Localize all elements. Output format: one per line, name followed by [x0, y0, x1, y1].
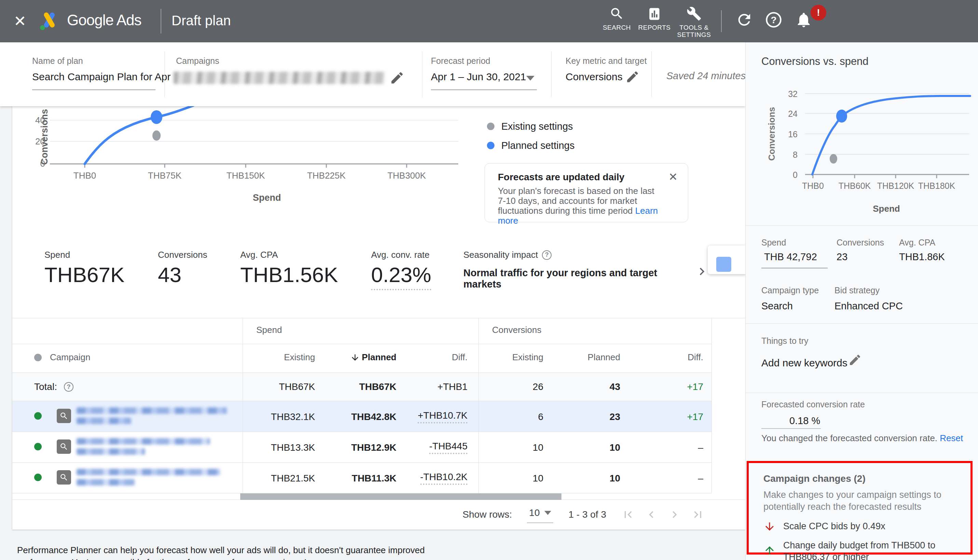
column-header-spend-planned-sorted[interactable]: Planned	[332, 352, 396, 363]
field-divider	[651, 51, 652, 97]
forecasted-rate-label: Forecasted conversion rate	[761, 400, 865, 409]
field-divider	[551, 51, 552, 97]
next-page-icon[interactable]	[668, 508, 681, 522]
column-header-spend-existing[interactable]: Existing	[249, 352, 315, 363]
planned-settings-point	[151, 110, 162, 124]
stat-spend-value: THB67K	[44, 263, 124, 287]
reset-link[interactable]: Reset	[940, 433, 963, 443]
tools-settings-wrench-icon	[687, 17, 702, 22]
disclaimer-text-clipped: performance. You're responsible for the …	[17, 557, 349, 560]
add-new-keywords-link[interactable]: Add new keywords	[761, 357, 848, 369]
group-header-spend: Spend	[256, 325, 282, 335]
saved-status: Saved 24 minutes ag	[666, 70, 745, 82]
campaign-name-redacted	[77, 418, 131, 424]
edit-key-metric-pencil-icon[interactable]	[625, 70, 640, 85]
column-header-conv-diff[interactable]: Diff.	[641, 352, 703, 363]
campaign-name-redacted[interactable]	[77, 407, 227, 414]
plan-name-input[interactable]: Search Campaign Plan for Apr	[32, 71, 171, 83]
page-title: Draft plan	[172, 13, 231, 28]
campaign-status-enabled-icon	[34, 412, 42, 420]
key-metric-value: Conversions	[565, 71, 623, 83]
table-border	[12, 401, 711, 401]
side-chart-title: Conversions vs. spend	[761, 55, 869, 68]
panel-spend-input[interactable]: THB 42,792	[764, 251, 817, 263]
campaign-name-redacted[interactable]	[77, 438, 210, 445]
seasonality-value: Normal traffic for your regions and targ…	[463, 267, 689, 290]
arrow-down-icon	[763, 520, 776, 533]
column-header-conv-planned[interactable]: Planned	[559, 352, 620, 363]
nav-tools-settings-button[interactable]: TOOLS & SETTINGS	[672, 6, 716, 38]
nav-reports-button[interactable]: REPORTS	[632, 6, 677, 31]
panel-conversions-label: Conversions	[836, 238, 884, 248]
forecast-period-select[interactable]: Apr 1 – Jun 30, 2021	[431, 71, 526, 83]
chevron-down-icon[interactable]	[526, 76, 535, 81]
seasonality-help-icon[interactable]: ?	[542, 250, 552, 260]
key-metric-label: Key metric and target	[565, 56, 647, 66]
campaign-name-redacted[interactable]	[77, 469, 220, 475]
forecast-main-card: Conversions 40 20 0 THB0 THB75K THB150K …	[12, 106, 745, 530]
campaigns-value-redacted	[174, 72, 385, 84]
chevron-right-icon[interactable]	[694, 264, 709, 280]
forecasted-rate-input[interactable]: 0.18 %	[789, 415, 820, 427]
row-spend-planned: THB42.8K	[332, 412, 396, 422]
stat-conv-rate-value[interactable]: 0.23%	[371, 263, 431, 290]
row-conv-existing: 10	[487, 473, 543, 484]
panel-spend-underline	[761, 268, 828, 268]
planned-point	[836, 110, 847, 123]
row-spend-existing: THB32.1K	[249, 412, 315, 422]
search-icon	[609, 17, 624, 22]
row-conv-planned: 10	[559, 473, 620, 484]
help-icon[interactable]: ?	[765, 11, 784, 30]
panel-spend-label: Spend	[761, 238, 786, 248]
campaign-name-redacted	[77, 479, 135, 485]
show-rows-select[interactable]: 10	[527, 506, 553, 523]
panel-cpa-label: Avg. CPA	[899, 238, 935, 248]
side-chart-x-axis-label: Spend	[859, 203, 914, 214]
side-chart-x-tick: THB180K	[914, 181, 959, 191]
things-to-try-label: Things to try	[761, 336, 809, 346]
campaign-status-enabled-icon	[34, 443, 42, 450]
table-border	[12, 432, 711, 432]
forecast-notice-card: Forecasts are updated daily ✕ Your plan'…	[485, 163, 688, 222]
svg-text:?: ?	[771, 15, 776, 25]
stat-conv-rate-label: Avg. conv. rate	[371, 250, 430, 260]
table-column-border	[242, 318, 243, 493]
notification-alert-badge: !	[811, 5, 826, 20]
edit-keywords-pencil-icon[interactable]	[848, 353, 862, 368]
horizontal-scrollbar-thumb[interactable]	[240, 493, 562, 500]
existing-settings-point	[152, 130, 160, 141]
column-header-conv-existing[interactable]: Existing	[487, 352, 543, 363]
refresh-icon[interactable]	[736, 11, 754, 30]
search-campaign-type-icon	[57, 470, 71, 485]
stat-cpa-label: Avg. CPA	[240, 250, 278, 260]
stat-cpa-value: THB1.56K	[240, 263, 338, 287]
row-conv-planned: 10	[559, 442, 620, 453]
row-spend-diff[interactable]: -THB10.2K	[405, 472, 468, 482]
row-spend-diff[interactable]: -THB445	[405, 441, 468, 452]
table-border	[12, 344, 711, 344]
close-icon[interactable]: ✕	[14, 12, 26, 30]
campaign-status-legend-dot	[34, 354, 42, 361]
total-conv-diff: +17	[641, 382, 703, 392]
total-row-label: Total: ?	[34, 382, 74, 392]
first-page-icon[interactable]	[621, 508, 635, 522]
column-header-campaign[interactable]: Campaign	[34, 352, 90, 363]
column-header-spend-diff[interactable]: Diff.	[405, 352, 468, 363]
field-divider	[422, 51, 422, 97]
side-chart-y-tick: 8	[777, 150, 797, 160]
campaign-changes-title: Campaign changes (2)	[763, 473, 866, 484]
google-ads-logo-icon	[37, 10, 62, 34]
row-conv-existing: 6	[487, 412, 543, 422]
edit-campaigns-pencil-icon[interactable]	[390, 70, 405, 87]
campaign-detail-panel: Conversions vs. spend Conversions 32 24 …	[745, 42, 978, 560]
row-spend-diff[interactable]: +THB10.7K	[405, 410, 468, 421]
side-chart-y-tick: 0	[777, 170, 797, 180]
existing-settings-dot-icon	[487, 123, 495, 130]
close-icon[interactable]: ✕	[669, 170, 678, 183]
hidden-card-blue-tile	[716, 257, 731, 272]
total-help-icon[interactable]: ?	[64, 382, 74, 392]
last-page-icon[interactable]	[691, 508, 705, 522]
campaigns-label: Campaigns	[176, 56, 219, 66]
notice-title: Forecasts are updated daily	[498, 172, 624, 183]
previous-page-icon[interactable]	[644, 508, 658, 522]
